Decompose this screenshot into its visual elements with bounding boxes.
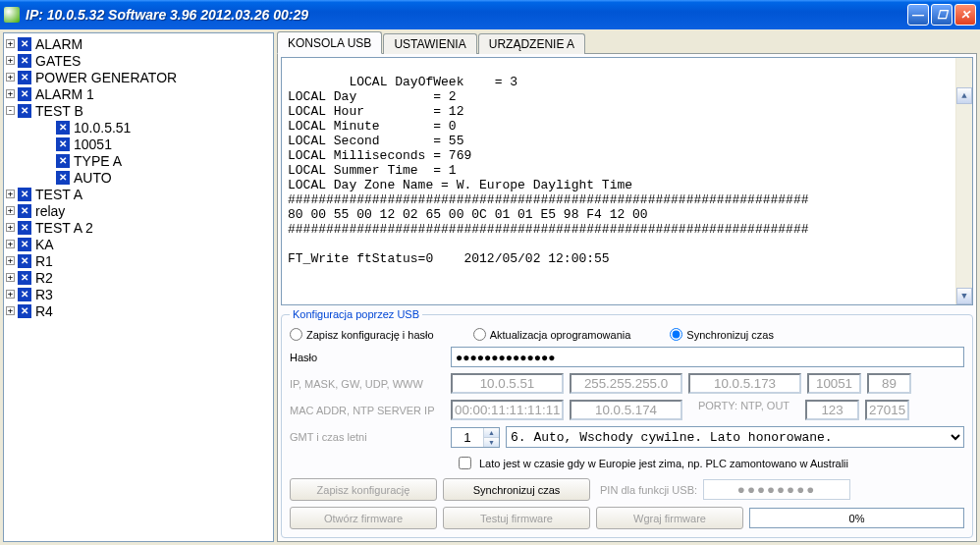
expand-icon[interactable]: + xyxy=(6,206,15,215)
expand-icon[interactable]: + xyxy=(6,240,15,248)
node-icon: ✕ xyxy=(18,188,31,201)
spin-up-icon[interactable]: ▲ xyxy=(484,428,499,438)
node-icon: ✕ xyxy=(18,304,31,318)
port-ntp-input xyxy=(805,400,859,420)
tree-node-alarm-1[interactable]: +✕ALARM 1 xyxy=(6,85,271,102)
tree-node-alarm[interactable]: +✕ALARM xyxy=(6,35,271,52)
tree-label: AUTO xyxy=(74,170,112,186)
expand-icon[interactable]: + xyxy=(6,56,15,65)
maximize-button[interactable]: ☐ xyxy=(931,4,953,26)
scroll-up-icon[interactable]: ▲ xyxy=(956,87,972,104)
expand-icon[interactable]: + xyxy=(6,290,15,299)
window-title: IP: 10.0.5.32 Software 3.96 2012.03.26 0… xyxy=(26,7,907,23)
tree-node-test-b[interactable]: -✕TEST B xyxy=(6,102,271,119)
tree-label: R1 xyxy=(35,253,53,269)
tree-node-type-a[interactable]: ✕TYPE A xyxy=(6,152,271,169)
expand-icon[interactable]: + xyxy=(6,306,15,315)
tree-label: GATES xyxy=(35,53,81,69)
expand-icon[interactable]: + xyxy=(6,223,15,232)
mask-input xyxy=(570,373,682,394)
radio-update-firmware[interactable]: Aktualizacja oprogramowania xyxy=(473,328,631,341)
tree-node-auto[interactable]: ✕AUTO xyxy=(6,169,271,186)
expand-icon[interactable]: + xyxy=(6,190,15,198)
expand-icon[interactable]: + xyxy=(6,256,15,265)
node-icon: ✕ xyxy=(18,54,31,68)
tree-node-10051[interactable]: ✕10051 xyxy=(6,136,271,152)
node-icon: ✕ xyxy=(18,288,31,301)
tree-node-r3[interactable]: +✕R3 xyxy=(6,286,271,302)
tree-node-relay[interactable]: +✕relay xyxy=(6,202,271,219)
tab-konsola-usb[interactable]: KONSOLA USB xyxy=(277,31,382,54)
app-icon xyxy=(4,7,20,23)
node-icon: ✕ xyxy=(18,104,31,118)
checkbox-label: Lato jest w czasie gdy w Europie jest zi… xyxy=(479,458,848,469)
scroll-down-icon[interactable]: ▼ xyxy=(956,288,972,304)
ip-input xyxy=(451,373,564,394)
www-input xyxy=(867,373,911,394)
tree-label: ALARM xyxy=(35,36,82,52)
port-out-input xyxy=(865,400,909,420)
tree-node-10-0-5-51[interactable]: ✕10.0.5.51 xyxy=(6,119,271,136)
gmt-row-label: GMT i czas letni xyxy=(290,431,445,443)
tree-label: POWER GENERATOR xyxy=(35,70,177,85)
expand-icon[interactable]: + xyxy=(6,73,15,82)
tree-label: relay xyxy=(35,203,65,219)
southern-hemisphere-checkbox[interactable] xyxy=(459,457,471,469)
node-icon: ✕ xyxy=(18,221,31,235)
gmt-spinner[interactable]: ▲ ▼ xyxy=(451,427,500,448)
tabs-row: KONSOLA USB USTAWIENIA URZĄDZENIE A xyxy=(277,32,977,54)
collapse-icon[interactable]: - xyxy=(6,106,15,115)
password-input[interactable] xyxy=(451,347,964,367)
tab-ustawienia[interactable]: USTAWIENIA xyxy=(383,33,476,54)
node-icon: ✕ xyxy=(18,254,31,268)
tree-node-r2[interactable]: +✕R2 xyxy=(6,269,271,286)
tree-label: R3 xyxy=(35,287,53,302)
tree-node-test-a-2[interactable]: +✕TEST A 2 xyxy=(6,219,271,236)
device-tree[interactable]: +✕ALARM+✕GATES+✕POWER GENERATOR+✕ALARM 1… xyxy=(3,32,274,542)
tree-node-r1[interactable]: +✕R1 xyxy=(6,252,271,269)
tree-label: 10051 xyxy=(74,136,112,152)
tree-node-r4[interactable]: +✕R4 xyxy=(6,302,271,319)
close-button[interactable]: ✕ xyxy=(954,4,976,26)
minimize-button[interactable]: — xyxy=(907,4,929,26)
pin-label: PIN dla funkcji USB: xyxy=(600,484,697,496)
window-titlebar: IP: 10.0.5.32 Software 3.96 2012.03.26 0… xyxy=(0,0,980,29)
tree-label: TEST B xyxy=(35,103,83,119)
node-icon: ✕ xyxy=(18,71,31,84)
save-config-button: Zapisz konfigurację xyxy=(290,478,437,501)
spin-down-icon[interactable]: ▼ xyxy=(484,438,499,447)
expand-icon[interactable]: + xyxy=(6,89,15,98)
expand-icon[interactable]: + xyxy=(6,273,15,282)
tab-urzadzenie-a[interactable]: URZĄDZENIE A xyxy=(478,33,585,54)
node-icon: ✕ xyxy=(18,204,31,218)
radio-save-config[interactable]: Zapisz konfigurację i hasło xyxy=(290,328,434,341)
node-icon: ✕ xyxy=(18,271,31,285)
console-scrollbar[interactable]: ▲ ▼ xyxy=(955,58,972,304)
expand-icon[interactable]: + xyxy=(6,39,15,48)
node-icon: ✕ xyxy=(56,121,70,135)
node-icon: ✕ xyxy=(18,37,31,51)
tree-label: R2 xyxy=(35,270,53,286)
ip-row-label: IP, MASK, GW, UDP, WWW xyxy=(290,378,445,390)
console-output[interactable]: LOCAL DayOfWeek = 3 LOCAL Day = 2 LOCAL … xyxy=(281,57,973,305)
progress-bar: 0% xyxy=(749,508,964,528)
node-icon: ✕ xyxy=(56,171,70,185)
sync-time-button[interactable]: Synchronizuj czas xyxy=(443,478,590,501)
timezone-select[interactable]: 6. Auto, Wschody cywilne. Lato honorowan… xyxy=(506,426,964,448)
node-icon: ✕ xyxy=(56,137,70,151)
tree-node-gates[interactable]: +✕GATES xyxy=(6,52,271,69)
tree-node-test-a[interactable]: +✕TEST A xyxy=(6,186,271,202)
password-label: Hasło xyxy=(290,352,445,363)
node-icon: ✕ xyxy=(18,87,31,101)
tree-node-power-generator[interactable]: +✕POWER GENERATOR xyxy=(6,69,271,85)
udp-input xyxy=(807,373,861,394)
test-firmware-button: Testuj firmware xyxy=(443,507,590,529)
tree-label: TYPE A xyxy=(74,153,122,169)
ntp-input xyxy=(570,400,682,420)
console-text: LOCAL DayOfWeek = 3 LOCAL Day = 2 LOCAL … xyxy=(288,75,809,266)
tree-label: TEST A 2 xyxy=(35,220,93,236)
tree-label: KA xyxy=(35,237,54,252)
radio-sync-time[interactable]: Synchronizuj czas xyxy=(670,328,774,341)
tree-node-ka[interactable]: +✕KA xyxy=(6,236,271,252)
gmt-value[interactable] xyxy=(452,428,483,447)
